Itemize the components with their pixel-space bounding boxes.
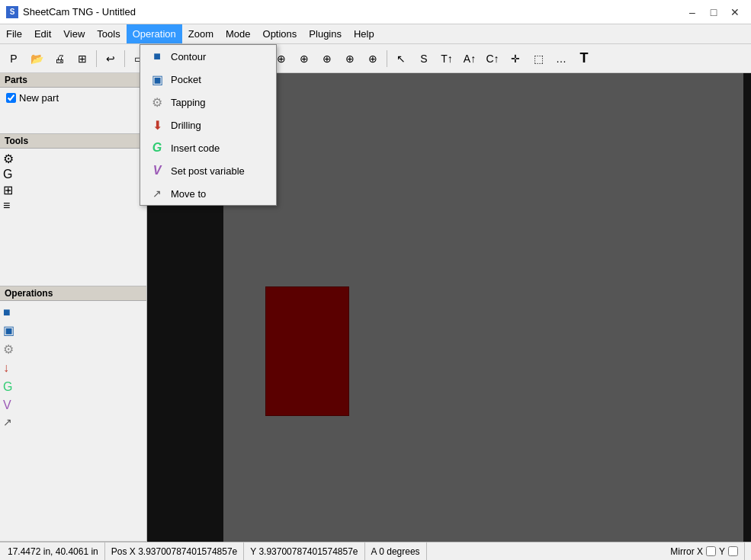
op-icon-moveto: ↗ (3, 415, 143, 430)
tb-tool4[interactable]: ⊕ (294, 48, 315, 69)
mirror-y-label: Y (719, 546, 725, 557)
move-to-label: Move to (171, 188, 206, 200)
tb-print[interactable]: 🖨 (49, 48, 70, 69)
tb-tool5[interactable]: ⊕ (316, 48, 338, 69)
tools-content: ⚙ G ⊞ ≡ (0, 149, 146, 286)
menu-file[interactable]: File (0, 24, 28, 43)
menu-view[interactable]: View (57, 24, 91, 43)
tb-select2[interactable]: S (413, 48, 435, 69)
move-to-icon: ↗ (149, 186, 165, 201)
pocket-label: Pocket (171, 74, 201, 85)
drilling-icon: ⬇ (149, 117, 165, 133)
parts-item: New part (3, 91, 143, 105)
titlebar-left: S SheetCam TNG - Untitled (6, 6, 136, 18)
tb-pan[interactable]: ✛ (505, 48, 526, 69)
menu-item-drilling[interactable]: ⬇ Drilling (140, 114, 276, 136)
op-icon-contour: ■ (3, 304, 143, 321)
op-icon-tapping: ⚙ (3, 341, 143, 358)
toolbar-separator-2 (124, 50, 125, 67)
menu-item-tapping[interactable]: ⚙ Tapping (140, 91, 276, 114)
left-panel: Parts New part Tools ⚙ G ⊞ ≡ Operations … (0, 73, 147, 542)
tb-open[interactable]: 📂 (26, 48, 47, 69)
tools-header: Tools (0, 134, 146, 149)
maximize-button[interactable]: □ (704, 2, 724, 22)
tool-icon-2: G (3, 168, 143, 181)
op-icon-pocket: ▣ (3, 322, 143, 339)
mirror-x-checkbox[interactable] (706, 546, 716, 556)
tb-new[interactable]: P (3, 48, 24, 69)
tb-rotate[interactable]: C↑ (482, 48, 503, 69)
pocket-icon: ▣ (149, 72, 165, 87)
status-coords: 17.4472 in, 40.4061 in (6, 542, 105, 560)
canvas-shape (265, 286, 349, 416)
status-mirror-x: Mirror X Y (664, 542, 745, 560)
set-post-label: Set post variable (171, 165, 245, 177)
menu-item-pocket[interactable]: ▣ Pocket (140, 68, 276, 91)
statusbar: 17.4472 in, 40.4061 in Pos X 3.937007874… (0, 542, 751, 560)
status-spacer (427, 542, 665, 560)
contour-icon: ■ (149, 49, 165, 64)
menu-zoom[interactable]: Zoom (182, 24, 220, 43)
tb-cursor[interactable]: ↖ (390, 48, 412, 69)
menu-edit[interactable]: Edit (28, 24, 57, 43)
drilling-label: Drilling (171, 120, 201, 131)
tb-grid[interactable]: ⊞ (72, 48, 93, 69)
toolbar-separator-1 (96, 50, 97, 67)
tb-dots[interactable]: … (550, 48, 572, 69)
app-icon: S (6, 6, 18, 18)
toolbar: P 📂 🖨 ⊞ ↩ ▭ ◈ S ✏ ⊕ ⊕ ⊕ ⊕ ⊕ ⊕ ⊕ ↖ S T↑ A… (0, 44, 751, 73)
menu-tools[interactable]: Tools (91, 24, 126, 43)
menu-options[interactable]: Options (257, 24, 303, 43)
tools-section: Tools ⚙ G ⊞ ≡ (0, 134, 146, 286)
tool-icon-1: ⚙ (3, 152, 143, 166)
close-button[interactable]: ✕ (725, 2, 745, 22)
tb-tool7[interactable]: ⊕ (362, 48, 384, 69)
mirror-x-label: Mirror X (670, 546, 703, 557)
tb-bigT[interactable]: T (573, 48, 595, 69)
op-icon-insert: G (3, 379, 143, 395)
tapping-icon: ⚙ (149, 94, 165, 110)
canvas-dark-right (743, 73, 751, 542)
parts-header: Parts (0, 73, 146, 88)
op-icon-setpost: V (3, 397, 143, 414)
part-checkbox[interactable] (6, 93, 16, 103)
set-post-icon: V (149, 163, 165, 178)
insert-code-label: Insert code (171, 142, 220, 154)
menu-item-move-to[interactable]: ↗ Move to (140, 182, 276, 205)
menu-operation[interactable]: Operation (127, 24, 182, 43)
titlebar-title: SheetCam TNG - Untitled (23, 6, 136, 18)
toolbar-separator-4 (387, 50, 387, 67)
tb-move[interactable]: A↑ (459, 48, 480, 69)
tb-transform[interactable]: ⬚ (528, 48, 549, 69)
menu-item-insert-code[interactable]: G Insert code (140, 136, 276, 159)
main-layout: Parts New part Tools ⚙ G ⊞ ≡ Operations … (0, 73, 751, 542)
tb-text[interactable]: T↑ (436, 48, 457, 69)
menu-mode[interactable]: Mode (220, 24, 257, 43)
status-posx: Pos X 3.93700787401574857e (105, 542, 245, 560)
contour-label: Contour (171, 51, 206, 62)
parts-section: Parts New part (0, 73, 146, 134)
tool-icon-4: ≡ (3, 199, 143, 213)
titlebar: S SheetCam TNG - Untitled – □ ✕ (0, 0, 751, 24)
tb-undo[interactable]: ↩ (100, 48, 121, 69)
operations-header: Operations (0, 286, 146, 301)
status-posy: Y 3.93700787401574857e (244, 542, 364, 560)
tb-tool6[interactable]: ⊕ (339, 48, 361, 69)
menubar: File Edit View Tools Operation Zoom Mode… (0, 24, 751, 44)
menu-item-set-post[interactable]: V Set post variable (140, 159, 276, 182)
menu-item-contour[interactable]: ■ Contour (140, 45, 276, 68)
minimize-button[interactable]: – (682, 2, 702, 22)
tool-icon-3: ⊞ (3, 183, 143, 197)
part-label: New part (19, 92, 59, 104)
operation-dropdown: ■ Contour ▣ Pocket ⚙ Tapping ⬇ Drilling … (140, 44, 277, 206)
operations-content: ■ ▣ ⚙ ↓ G V ↗ (0, 301, 146, 434)
mirror-y-checkbox[interactable] (728, 546, 738, 556)
menu-help[interactable]: Help (348, 24, 380, 43)
parts-content: New part (0, 88, 146, 133)
menu-plugins[interactable]: Plugins (303, 24, 348, 43)
operations-section: Operations ■ ▣ ⚙ ↓ G V ↗ (0, 286, 146, 542)
status-angle: A 0 degrees (365, 542, 427, 560)
titlebar-controls: – □ ✕ (682, 2, 745, 22)
insert-code-icon: G (149, 140, 165, 155)
op-icon-drilling: ↓ (3, 360, 143, 376)
